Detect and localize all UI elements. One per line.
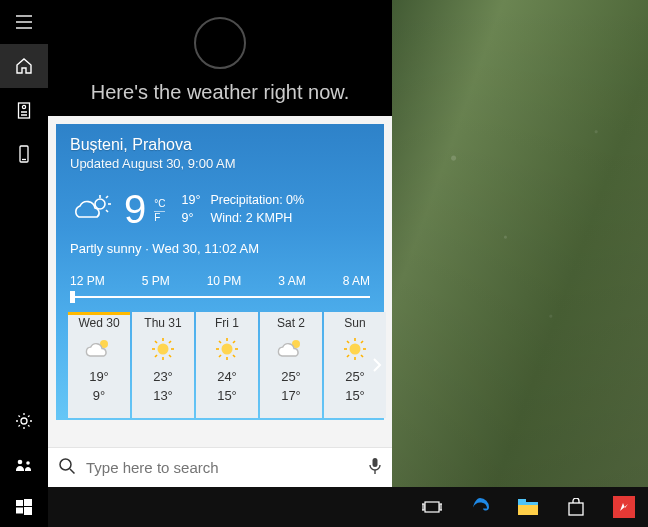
start-button[interactable] <box>0 487 48 527</box>
cortana-ring-icon <box>194 17 246 69</box>
store-icon[interactable] <box>552 487 600 527</box>
weather-wind: Wind: 2 KMPH <box>210 211 304 225</box>
home-icon[interactable] <box>0 44 48 88</box>
cortana-rail <box>0 0 48 487</box>
svg-line-14 <box>106 210 108 212</box>
daily-high: 25° <box>281 369 301 384</box>
daily-high: 25° <box>345 369 365 384</box>
svg-point-4 <box>22 105 25 108</box>
daily-high: 24° <box>217 369 237 384</box>
svg-point-7 <box>21 418 27 424</box>
svg-rect-58 <box>569 503 583 515</box>
taskbar <box>0 487 648 527</box>
svg-point-35 <box>350 344 361 355</box>
svg-rect-46 <box>373 458 378 467</box>
timeline-track[interactable] <box>70 296 370 298</box>
svg-point-44 <box>60 459 71 470</box>
menu-icon[interactable] <box>0 0 48 44</box>
windows-icon <box>16 499 32 515</box>
svg-point-25 <box>222 344 233 355</box>
svg-line-22 <box>169 355 171 357</box>
cortana-header: Here's the weather right now. <box>48 0 392 116</box>
daily-low: 17° <box>281 388 301 403</box>
weather-card[interactable]: Bușteni, Prahova Updated August 30, 9:00… <box>56 124 384 420</box>
daily-day: Thu 31 <box>144 316 181 330</box>
svg-rect-53 <box>422 504 424 510</box>
search-input[interactable] <box>86 459 368 476</box>
timeline-label: 5 PM <box>142 274 170 288</box>
weather-current-icon <box>70 193 114 225</box>
weather-condition-line: Partly sunny · Wed 30, 11:02 AM <box>70 241 370 256</box>
svg-line-24 <box>155 355 157 357</box>
cortana-prompt: Here's the weather right now. <box>91 81 349 104</box>
svg-rect-57 <box>518 502 538 505</box>
chevron-right-icon[interactable] <box>368 342 386 388</box>
daily-low: 15° <box>345 388 365 403</box>
daily-weather-icon <box>212 336 242 362</box>
timeline-label: 8 AM <box>343 274 370 288</box>
daily-low: 9° <box>93 388 105 403</box>
svg-line-42 <box>361 341 363 343</box>
svg-rect-54 <box>440 504 442 510</box>
timeline-label: 12 PM <box>70 274 105 288</box>
timeline-label: 10 PM <box>207 274 242 288</box>
daily-day: Sun <box>344 316 365 330</box>
svg-line-45 <box>70 469 75 474</box>
svg-rect-52 <box>425 502 439 512</box>
device-icon[interactable] <box>0 132 48 176</box>
taskview-icon[interactable] <box>408 487 456 527</box>
daily-day: Fri 1 <box>215 316 239 330</box>
svg-rect-50 <box>16 508 23 514</box>
weather-hourly-timeline[interactable]: 12 PM 5 PM 10 PM 3 AM 8 AM <box>70 274 370 298</box>
weather-daily-forecast: Wed 3019°9°Thu 3123°13°Fri 124°15°Sat 22… <box>68 312 386 418</box>
svg-rect-49 <box>24 499 32 506</box>
notebook-icon[interactable] <box>0 88 48 132</box>
svg-line-32 <box>233 341 235 343</box>
weather-location: Bușteni, Prahova <box>70 136 370 154</box>
timeline-thumb[interactable] <box>70 291 75 303</box>
svg-line-43 <box>347 355 349 357</box>
svg-point-10 <box>95 199 105 209</box>
daily-forecast-card[interactable]: Wed 3019°9° <box>68 312 130 418</box>
daily-high: 23° <box>153 369 173 384</box>
daily-weather-icon <box>148 336 178 362</box>
daily-high: 19° <box>89 369 109 384</box>
weather-precip: Precipitation: 0% <box>210 193 304 207</box>
daily-forecast-card[interactable]: Fri 124°15° <box>196 312 258 418</box>
svg-point-9 <box>26 461 30 465</box>
svg-line-31 <box>233 355 235 357</box>
daily-weather-icon <box>340 336 370 362</box>
daily-low: 15° <box>217 388 237 403</box>
app-icon[interactable] <box>600 487 648 527</box>
feedback-icon[interactable] <box>0 443 48 487</box>
svg-rect-51 <box>24 507 32 515</box>
svg-line-23 <box>169 341 171 343</box>
timeline-label: 3 AM <box>278 274 305 288</box>
svg-line-21 <box>155 341 157 343</box>
explorer-icon[interactable] <box>504 487 552 527</box>
cortana-panel: Here's the weather right now. Bușteni, P… <box>48 0 392 487</box>
daily-forecast-card[interactable]: Sat 225°17° <box>260 312 322 418</box>
svg-point-16 <box>158 344 169 355</box>
svg-line-30 <box>219 341 221 343</box>
daily-day: Wed 30 <box>78 316 119 330</box>
gear-icon[interactable] <box>0 399 48 443</box>
svg-line-41 <box>361 355 363 357</box>
daily-day: Sat 2 <box>277 316 305 330</box>
daily-forecast-card[interactable]: Thu 3123°13° <box>132 312 194 418</box>
svg-line-33 <box>219 355 221 357</box>
svg-rect-48 <box>16 500 23 506</box>
edge-icon[interactable] <box>456 487 504 527</box>
weather-low: 9° <box>181 211 200 225</box>
svg-point-8 <box>18 460 23 465</box>
weather-updated: Updated August 30, 9:00 AM <box>70 156 370 171</box>
weather-unit[interactable]: °C F <box>154 198 165 224</box>
search-icon <box>58 457 76 479</box>
mic-icon[interactable] <box>368 457 382 479</box>
daily-weather-icon <box>84 336 114 362</box>
svg-line-13 <box>106 196 108 198</box>
svg-line-40 <box>347 341 349 343</box>
daily-low: 13° <box>153 388 173 403</box>
weather-current: 9 °C F 19° 9° Precipitation: 0% Wind: 2 … <box>70 189 370 229</box>
cortana-search-box[interactable] <box>48 447 392 487</box>
